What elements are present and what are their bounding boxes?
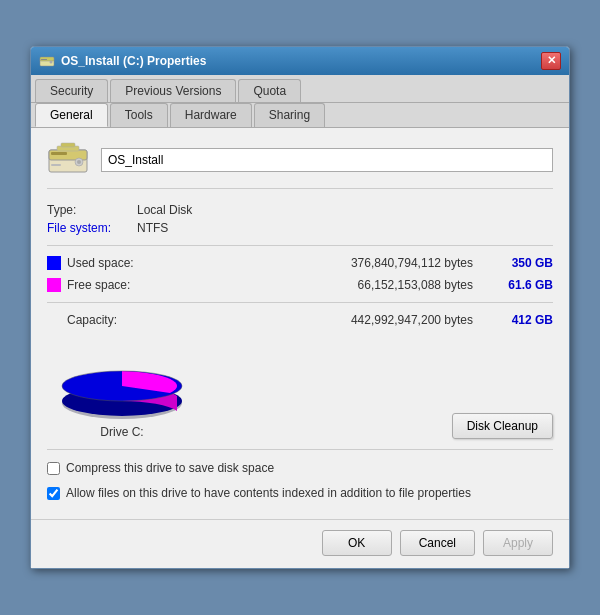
- svg-rect-11: [61, 143, 75, 147]
- type-label: Type:: [47, 203, 137, 217]
- capacity-gb: 412 GB: [493, 313, 553, 327]
- tab-hardware[interactable]: Hardware: [170, 103, 252, 127]
- ok-button[interactable]: OK: [322, 530, 392, 556]
- index-row: Allow files on this drive to have conten…: [47, 485, 553, 502]
- top-tab-bar: Security Previous Versions Quota: [31, 75, 569, 103]
- used-gb: 350 GB: [493, 256, 553, 270]
- drive-title-icon: [39, 53, 55, 69]
- tab-quota[interactable]: Quota: [238, 79, 301, 102]
- title-bar-left: OS_Install (C:) Properties: [39, 53, 206, 69]
- fs-row: File system: NTFS: [47, 219, 553, 237]
- disk-cleanup-button[interactable]: Disk Cleanup: [452, 413, 553, 439]
- drive-header: [47, 142, 553, 189]
- used-space-row: Used space: 376,840,794,112 bytes 350 GB: [47, 252, 553, 274]
- used-label: Used space:: [67, 256, 157, 270]
- tab-security[interactable]: Security: [35, 79, 108, 102]
- used-color-box: [47, 256, 61, 270]
- index-checkbox[interactable]: [47, 487, 60, 500]
- apply-button[interactable]: Apply: [483, 530, 553, 556]
- tab-previous-versions[interactable]: Previous Versions: [110, 79, 236, 102]
- tab-sharing[interactable]: Sharing: [254, 103, 325, 127]
- pie-wrapper: Drive C:: [47, 341, 197, 439]
- free-label: Free space:: [67, 278, 157, 292]
- svg-rect-9: [51, 164, 61, 166]
- capacity-label: Capacity:: [67, 313, 147, 327]
- cancel-button[interactable]: Cancel: [400, 530, 475, 556]
- type-row: Type: Local Disk: [47, 201, 553, 219]
- divider-2: [47, 302, 553, 303]
- free-space-row: Free space: 66,152,153,088 bytes 61.6 GB: [47, 274, 553, 296]
- compress-label: Compress this drive to save disk space: [66, 460, 274, 477]
- free-bytes: 66,152,153,088 bytes: [157, 278, 493, 292]
- compress-row: Compress this drive to save disk space: [47, 460, 553, 477]
- title-bar: OS_Install (C:) Properties ✕: [31, 47, 569, 75]
- drive-name-input[interactable]: [101, 148, 553, 172]
- main-content: Type: Local Disk File system: NTFS Used …: [31, 128, 569, 520]
- bottom-tab-bar: General Tools Hardware Sharing: [31, 103, 569, 128]
- drive-icon: [47, 142, 89, 178]
- svg-point-2: [50, 60, 53, 63]
- used-bytes: 376,840,794,112 bytes: [157, 256, 493, 270]
- svg-rect-3: [41, 59, 47, 60]
- pie-section: Drive C: Disk Cleanup: [47, 331, 553, 443]
- compress-checkbox[interactable]: [47, 462, 60, 475]
- button-bar: OK Cancel Apply: [31, 519, 569, 568]
- tab-tools[interactable]: Tools: [110, 103, 168, 127]
- capacity-bytes: 442,992,947,200 bytes: [147, 313, 493, 327]
- title-text: OS_Install (C:) Properties: [61, 54, 206, 68]
- options-section: Compress this drive to save disk space A…: [47, 449, 553, 502]
- fs-value: NTFS: [137, 221, 168, 235]
- pie-chart: [47, 341, 197, 421]
- fs-label: File system:: [47, 221, 137, 235]
- tab-general[interactable]: General: [35, 103, 108, 127]
- type-value: Local Disk: [137, 203, 192, 217]
- free-color-box: [47, 278, 61, 292]
- properties-window: OS_Install (C:) Properties ✕ Security Pr…: [30, 46, 570, 570]
- divider-1: [47, 245, 553, 246]
- svg-point-8: [77, 160, 81, 164]
- close-button[interactable]: ✕: [541, 52, 561, 70]
- drive-label: Drive C:: [100, 425, 143, 439]
- svg-rect-6: [51, 152, 67, 155]
- index-label: Allow files on this drive to have conten…: [66, 485, 471, 502]
- free-gb: 61.6 GB: [493, 278, 553, 292]
- info-table: Type: Local Disk File system: NTFS: [47, 201, 553, 237]
- capacity-row: Capacity: 442,992,947,200 bytes 412 GB: [47, 309, 553, 331]
